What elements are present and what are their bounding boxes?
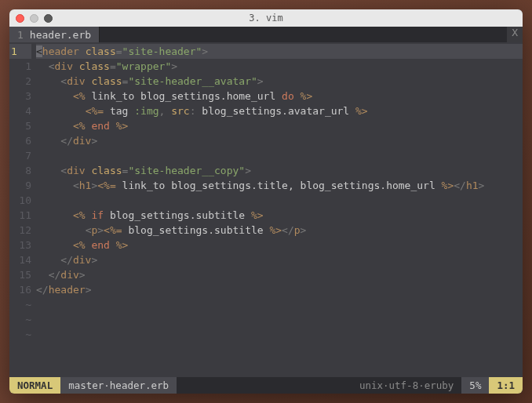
tabline-spacer	[100, 27, 507, 42]
branch-name: master	[68, 379, 104, 391]
vim-tabline: 1 header.erb X	[9, 27, 523, 42]
tilde: ~	[9, 327, 31, 342]
code-line: </div>	[36, 252, 523, 267]
code-line: <% end %>	[36, 238, 523, 252]
tab-filename: header.erb	[30, 29, 91, 41]
line-number: 8	[9, 163, 31, 178]
statusline: NORMAL master · header.erb unix · utf-8 …	[9, 377, 523, 394]
cursor-line-number: 1	[9, 44, 31, 59]
code-line: </div>	[36, 133, 523, 148]
code-line: <% link_to blog_settings.home_url do %>	[36, 89, 523, 103]
line-number-gutter: 1 1 2 3 4 5 6 7 8 9 10 11 12 13 14 15 16…	[9, 42, 36, 377]
tab-close-button[interactable]: X	[507, 27, 523, 42]
code-line: <% end %>	[36, 118, 523, 133]
code-line: <%= tag :img, src: blog_settings.avatar_…	[36, 103, 523, 118]
line-number: 5	[9, 118, 31, 133]
tilde: ~	[9, 312, 31, 327]
line-number: 7	[9, 148, 31, 163]
line-number: 16	[9, 282, 31, 297]
line-number: 12	[9, 223, 31, 238]
terminal-window: 3. vim 1 header.erb X 1 1 2 3 4 5 6 7 8 …	[9, 9, 523, 394]
scroll-percent: 5%	[461, 377, 489, 394]
tilde: ~	[9, 297, 31, 312]
status-spacer	[177, 377, 352, 394]
titlebar[interactable]: 3. vim	[9, 9, 523, 27]
editor-area[interactable]: 1 1 2 3 4 5 6 7 8 9 10 11 12 13 14 15 16…	[9, 42, 523, 377]
line-number: 2	[9, 74, 31, 89]
code-line: <div class="site-header__avatar">	[36, 74, 523, 89]
separator: ·	[418, 379, 425, 391]
code-line	[36, 193, 523, 208]
fileformat: unix	[359, 379, 383, 391]
window-title: 3. vim	[9, 13, 523, 24]
code-line: <header class="site-header">	[36, 44, 523, 59]
code-line: <div class="wrapper">	[36, 59, 523, 74]
line-number: 9	[9, 178, 31, 193]
code-line: <h1><%= link_to blog_settings.title, blo…	[36, 178, 523, 193]
code-line: <% if blog_settings.subtitle %>	[36, 208, 523, 223]
separator: ·	[383, 379, 389, 391]
code-content[interactable]: <header class="site-header"> <div class=…	[36, 42, 523, 377]
line-number: 13	[9, 238, 31, 252]
line-number: 6	[9, 133, 31, 148]
code-line: </header>	[36, 282, 523, 297]
line-number: 4	[9, 103, 31, 118]
code-line	[36, 148, 523, 163]
code-line: <p><%= blog_settings.subtitle %></p>	[36, 223, 523, 238]
file-info-segment: unix · utf-8 · eruby	[352, 377, 461, 394]
line-number: 11	[9, 208, 31, 223]
filetype: eruby	[425, 379, 454, 391]
git-branch-segment: master · header.erb	[60, 377, 177, 394]
line-number: 10	[9, 193, 31, 208]
code-line: </div>	[36, 267, 523, 282]
cursor-position: 1:1	[489, 377, 523, 394]
line-number: 1	[9, 59, 31, 74]
encoding: utf-8	[389, 379, 419, 391]
line-number: 15	[9, 267, 31, 282]
line-number: 3	[9, 89, 31, 103]
separator: ·	[104, 379, 110, 391]
cursor-cell: <	[36, 45, 42, 57]
vim-mode-indicator: NORMAL	[9, 377, 60, 394]
tab-number: 1	[17, 29, 24, 41]
code-line: <div class="site-header__copy">	[36, 163, 523, 178]
line-number: 14	[9, 252, 31, 267]
tab-active[interactable]: 1 header.erb	[9, 27, 100, 42]
buffer-filename: header.erb	[110, 379, 169, 391]
